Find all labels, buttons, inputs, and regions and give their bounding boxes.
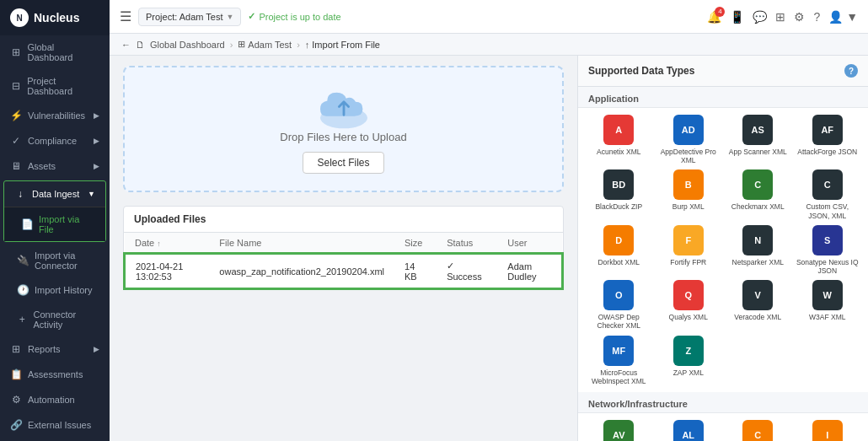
data-type-item[interactable]: WW3AF XML: [796, 280, 860, 330]
data-type-item[interactable]: CCheckmarx XML: [726, 169, 790, 219]
project-icon: ⊟: [10, 80, 21, 92]
sidebar-item-project-dashboard[interactable]: ⊟ Project Dashboard: [0, 69, 110, 103]
right-panel-title: Supported Data Types: [588, 65, 694, 77]
data-type-name: Netsparker XML: [732, 258, 784, 266]
sidebar-item-assets[interactable]: 🖥 Assets ▶: [0, 153, 110, 179]
sidebar-item-assessments[interactable]: 📋 Assessments: [0, 362, 110, 387]
data-type-item[interactable]: QQualys XML: [656, 280, 721, 330]
chat-icon[interactable]: 💬: [753, 10, 767, 24]
external-icon: 🔗: [10, 419, 22, 431]
breadcrumb-page-icon: 🗋: [136, 40, 145, 50]
upload-cloud-icon: [314, 84, 373, 131]
data-type-item[interactable]: OOWASP Dep Checker XML: [587, 280, 651, 330]
data-type-item[interactable]: ADAppDetective Pro XML: [656, 115, 721, 164]
data-type-logo: F: [673, 225, 704, 255]
automation-icon: ⚙: [10, 394, 22, 406]
data-type-item[interactable]: CCustom CSV, JSON, XML: [726, 420, 790, 441]
sidebar-item-label: Assessments: [28, 369, 83, 379]
breadcrumb-item-project[interactable]: ⊞ Adam Test: [238, 39, 292, 50]
data-type-item[interactable]: AFAttackForge JSON: [796, 115, 860, 164]
select-files-button[interactable]: Select Files: [303, 152, 383, 174]
data-type-item[interactable]: VVeracode XML: [726, 280, 790, 330]
sidebar-item-label: Assets: [28, 161, 56, 171]
chevron-icon: ▶: [94, 137, 99, 145]
col-user[interactable]: User: [497, 233, 562, 254]
breadcrumb: ← 🗋 Global Dashboard › ⊞ Adam Test › ↑ I…: [110, 34, 868, 56]
sidebar-item-label: Compliance: [28, 136, 77, 146]
col-size[interactable]: Size: [394, 233, 437, 254]
data-type-item[interactable]: ASApp Scanner XML: [726, 115, 790, 164]
sidebar-item-import-via-file[interactable]: 📄 Import via File: [4, 207, 105, 241]
data-type-logo: V: [742, 280, 773, 310]
breadcrumb-back-icon[interactable]: ←: [121, 40, 131, 50]
sidebar-item-reports[interactable]: ⊞ Reports ▶: [0, 336, 110, 362]
col-status[interactable]: Status: [437, 233, 497, 254]
network-icon[interactable]: ⚙: [794, 10, 805, 24]
data-type-logo: AF: [812, 115, 843, 145]
data-type-item[interactable]: NNetsparker XML: [726, 225, 790, 275]
grid-icon[interactable]: ⊞: [775, 10, 785, 24]
app-logo: N Nucleus: [0, 0, 110, 35]
sidebar-item-connector-activity[interactable]: + Connector Activity: [0, 303, 110, 336]
notifications-icon[interactable]: 🔔 4: [707, 10, 721, 24]
data-type-item[interactable]: ZZAP XML: [656, 336, 721, 385]
assets-icon: 🖥: [10, 160, 22, 172]
breadcrumb-item-dashboard[interactable]: Global Dashboard: [150, 40, 225, 50]
data-type-item[interactable]: AVAlienVault CSV, XLSX: [587, 420, 651, 441]
data-type-name: Sonatype Nexus IQ JSON: [796, 258, 860, 275]
project-selector[interactable]: Project: Adam Test ▼: [138, 8, 241, 26]
drop-label: Drop Files Here to Upload: [280, 131, 406, 143]
data-type-item[interactable]: DDorkbot XML: [587, 225, 651, 275]
history-icon: 🕐: [17, 284, 29, 296]
data-type-name: AttackForge JSON: [797, 148, 857, 156]
data-type-item[interactable]: BDBlackDuck ZIP: [587, 169, 651, 219]
sidebar-item-label: Data Ingest: [32, 189, 79, 199]
topbar: ☰ Project: Adam Test ▼ Project is up to …: [110, 0, 868, 34]
help-icon[interactable]: ?: [813, 10, 820, 24]
data-type-name: Acunetix XML: [597, 148, 640, 156]
sidebar-item-external-issues[interactable]: 🔗 External Issues: [0, 412, 110, 438]
cell-status: ✓ Success: [437, 254, 497, 288]
data-type-item[interactable]: MFMicroFocus WebInspect XML: [587, 336, 651, 385]
data-type-item[interactable]: ALAlertLogic CSV: [656, 420, 721, 441]
user-menu-icon[interactable]: 👤 ▼: [828, 10, 858, 24]
drop-zone[interactable]: Drop Files Here to Upload Select Files: [123, 66, 564, 192]
data-type-logo: W: [812, 280, 843, 310]
reports-icon: ⊞: [10, 343, 22, 355]
col-date[interactable]: Date ↑: [125, 233, 209, 254]
assessments-icon: 📋: [10, 368, 22, 380]
compliance-icon: ✓: [10, 135, 22, 147]
uploaded-files-title: Uploaded Files: [124, 207, 563, 233]
sidebar-item-vulnerabilities[interactable]: ⚡ Vulnerabilities ▶: [0, 103, 110, 128]
phone-icon[interactable]: 📱: [730, 10, 744, 24]
sidebar-item-import-via-connector[interactable]: 🔌 Import via Connector: [0, 244, 110, 277]
sidebar-item-import-history[interactable]: 🕐 Import History: [0, 277, 110, 303]
data-type-item[interactable]: FFortify FPR: [656, 225, 721, 275]
data-type-logo: Z: [673, 336, 704, 366]
sort-icon: ↑: [157, 239, 161, 248]
data-type-logo: S: [812, 225, 843, 255]
sidebar-item-search[interactable]: 🔍 Search: [0, 438, 110, 441]
sidebar-item-global-dashboard[interactable]: ⊞ Global Dashboard: [0, 35, 110, 69]
menu-toggle-icon[interactable]: ☰: [120, 8, 131, 24]
breadcrumb-sep: ›: [297, 40, 300, 50]
sidebar-item-data-ingest[interactable]: ↓ Data Ingest ▼: [4, 181, 105, 207]
col-filename[interactable]: File Name: [209, 233, 394, 254]
project-label: Project: Adam Test: [146, 12, 223, 22]
file-icon: 📄: [21, 218, 33, 230]
sidebar-item-automation[interactable]: ⚙ Automation: [0, 387, 110, 412]
help-button[interactable]: ?: [844, 64, 858, 78]
vuln-icon: ⚡: [10, 110, 22, 121]
data-type-item[interactable]: SSonatype Nexus IQ JSON: [796, 225, 860, 275]
data-type-item[interactable]: BBurp XML: [656, 169, 721, 219]
data-type-logo: N: [742, 225, 773, 255]
right-panel-header: Supported Data Types ?: [578, 56, 868, 87]
topbar-actions: 🔔 4 📱 💬 ⊞ ⚙ ? 👤 ▼: [707, 10, 858, 24]
data-type-logo: BD: [603, 169, 634, 200]
data-type-name: Veracode XML: [734, 313, 781, 321]
data-type-logo: C: [742, 420, 773, 441]
data-type-item[interactable]: AAcunetix XML: [587, 115, 651, 164]
data-type-item[interactable]: CCustom CSV, JSON, XML: [796, 169, 860, 219]
sidebar-item-compliance[interactable]: ✓ Compliance ▶: [0, 128, 110, 153]
data-type-item[interactable]: IInsightVM XML 2.0: [796, 420, 860, 441]
